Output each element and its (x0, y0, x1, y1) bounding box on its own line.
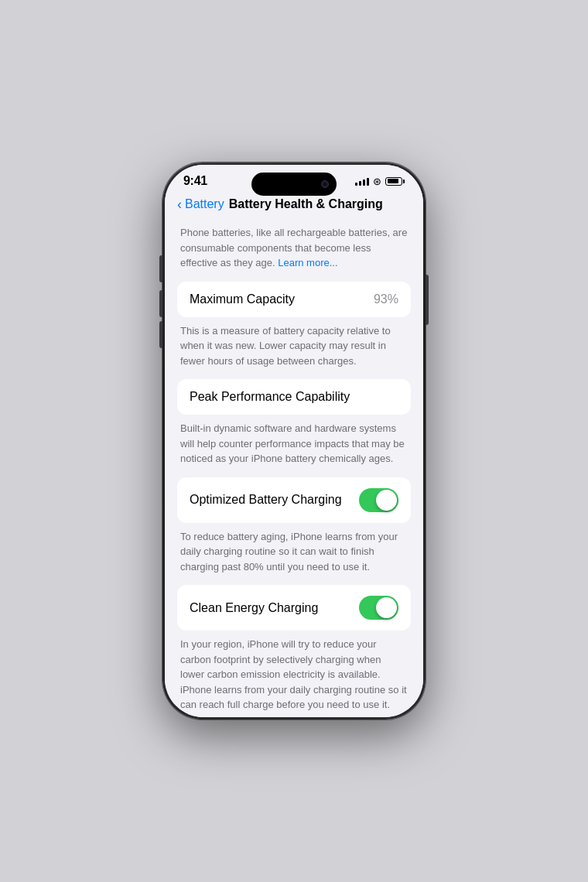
status-icons: ⊛ (355, 176, 405, 187)
maximum-capacity-description: This is a measure of battery capacity re… (180, 323, 408, 369)
clean-energy-toggle-thumb (376, 597, 397, 618)
optimized-charging-toggle-thumb (376, 490, 397, 511)
clean-energy-description: In your region, iPhone will try to reduc… (180, 637, 408, 717)
status-time: 9:41 (183, 174, 207, 188)
intro-description: Phone batteries, like all rechargeable b… (180, 225, 408, 271)
back-button[interactable]: ‹ Battery (177, 197, 224, 211)
clean-energy-toggle-track[interactable] (359, 596, 398, 620)
clean-energy-label: Clean Energy Charging (190, 601, 318, 615)
phone-frame: 9:41 ⊛ (162, 162, 426, 720)
optimized-charging-label: Optimized Battery Charging (190, 493, 342, 507)
back-label: Battery (185, 197, 224, 211)
back-chevron-icon: ‹ (177, 197, 182, 211)
clean-energy-toggle[interactable] (359, 596, 398, 620)
battery-icon (385, 177, 405, 186)
signal-icon (355, 176, 369, 186)
intro-learn-more-link[interactable]: Learn more... (278, 257, 337, 268)
peak-performance-label: Peak Performance Capability (190, 390, 350, 404)
island-camera (321, 180, 329, 188)
dynamic-island (251, 173, 337, 196)
peak-performance-description: Built-in dynamic software and hardware s… (180, 421, 408, 467)
status-bar: 9:41 ⊛ (165, 165, 423, 193)
maximum-capacity-row: Maximum Capacity 93% (190, 292, 398, 306)
optimized-charging-toggle-track[interactable] (359, 488, 398, 512)
optimized-charging-card: Optimized Battery Charging (177, 477, 411, 523)
navigation-bar: ‹ Battery Battery Health & Charging (165, 193, 423, 217)
page-title: Battery Health & Charging (229, 197, 383, 211)
clean-energy-card: Clean Energy Charging (177, 585, 411, 631)
optimized-charging-description: To reduce battery aging, iPhone learns f… (180, 529, 408, 575)
clean-energy-row: Clean Energy Charging (190, 596, 398, 620)
clean-energy-learn-more-link[interactable]: Learn more... (180, 714, 240, 718)
phone-screen: 9:41 ⊛ (165, 165, 423, 717)
maximum-capacity-label: Maximum Capacity (190, 292, 295, 306)
peak-performance-card: Peak Performance Capability (177, 379, 411, 415)
peak-performance-row: Peak Performance Capability (190, 390, 398, 404)
scroll-content[interactable]: Phone batteries, like all rechargeable b… (165, 217, 423, 717)
optimized-charging-row: Optimized Battery Charging (190, 488, 398, 512)
maximum-capacity-card: Maximum Capacity 93% (177, 282, 411, 317)
maximum-capacity-value: 93% (374, 292, 398, 306)
wifi-icon: ⊛ (373, 176, 381, 187)
optimized-charging-toggle[interactable] (359, 488, 398, 512)
